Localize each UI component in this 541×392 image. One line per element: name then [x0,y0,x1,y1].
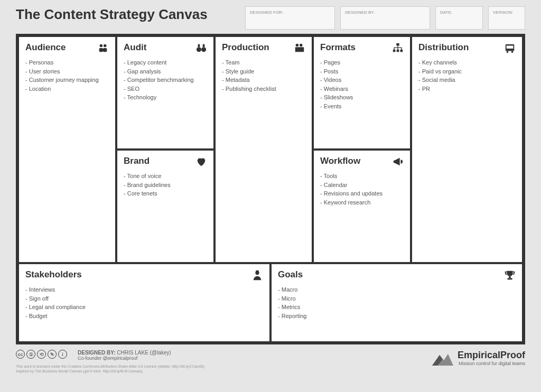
svg-rect-20 [256,270,259,272]
heart-icon [195,156,207,167]
cell-list: PersonasUser storiesCustomer journey map… [25,58,109,93]
cell-brand: Brand Tone of voiceBrand guidelinesCore … [116,150,214,263]
svg-rect-16 [507,45,514,49]
people-icon [97,42,109,54]
list-item: Macro [278,285,516,294]
page-title: The Content Strategy Canvas [16,6,240,23]
list-item: Team [222,58,305,67]
list-item: Metadata [222,76,305,85]
list-item: Brand guidelines [124,181,207,190]
list-item: Social media [418,76,516,85]
svg-rect-7 [203,44,205,48]
svg-rect-22 [507,278,512,280]
cc-license-icons: cc ① ⟲ ✎ i [16,350,67,359]
svg-point-0 [100,44,103,48]
list-item: Technology [124,93,207,102]
cell-list: Key channelsPaid vs organicSocial mediaP… [418,58,516,93]
brand-logo-icon [432,351,453,366]
cell-list: InterviewsSign offLegal and complianceBu… [25,285,263,320]
cell-title: Audience [25,42,109,53]
meta-designed-by[interactable]: DESIGNED BY: [340,6,430,30]
svg-rect-12 [393,50,396,52]
list-item: Metrics [278,303,516,312]
svg-point-5 [201,47,206,52]
svg-point-8 [296,44,299,47]
svg-point-18 [511,51,514,53]
list-item: PR [418,85,516,94]
credit-prefix: DESIGNED BY: [78,350,116,356]
list-item: Keyword research [320,198,404,207]
list-item: Competitor benchmarking [124,76,207,85]
svg-point-4 [197,47,201,52]
cell-title: Formats [320,42,404,53]
cell-distribution: Distribution Key channelsPaid vs organic… [411,36,523,263]
list-item: Key channels [418,58,516,67]
list-item: Sign off [25,294,263,303]
list-item: Paid vs organic [418,67,516,76]
list-item: Videos [320,76,404,85]
svg-rect-2 [99,48,103,52]
list-item: Legacy content [124,58,207,67]
megaphone-icon [392,156,404,167]
binoculars-icon [195,42,207,54]
cell-formats: Formats PagesPostsVideosWebinarsSlidesho… [313,36,411,150]
list-item: Webinars [320,85,404,94]
list-item: Gap analysis [124,67,207,76]
cell-stakeholders: Stakeholders InterviewsSign offLegal and… [18,263,270,342]
list-item: Events [320,102,404,111]
brand-tagline: Mission control for digital teams [458,361,525,366]
cell-list: TeamStyle guideMetadataPublishing checkl… [222,58,305,93]
user-badge-icon [251,269,263,281]
list-item: Reporting [278,312,516,321]
video-icon [294,42,305,54]
cell-title: Distribution [418,42,516,53]
list-item: Style guide [222,67,305,76]
list-item: User stories [25,67,109,76]
list-item: Tone of voice [124,172,207,181]
cell-list: ToolsCalendarRevisions and updatesKeywor… [320,172,404,207]
svg-rect-21 [509,276,511,278]
svg-rect-3 [103,48,107,52]
sitemap-icon [392,42,404,54]
list-item: Customer journey mapping [25,76,109,85]
cell-title: Production [222,42,305,53]
list-item: Publishing checklist [222,85,305,94]
cell-title: Audit [124,42,207,53]
svg-rect-13 [397,50,399,52]
meta-designed-for[interactable]: DESIGNED FOR: [245,6,335,30]
svg-point-9 [300,44,303,47]
credits: DESIGNED BY: CHRIS LAKE (@lakey) Co-foun… [78,350,171,361]
list-item: Legal and compliance [25,303,263,312]
svg-rect-14 [400,50,403,52]
cell-title: Goals [278,269,516,280]
brand-name: EmpiricalProof [458,350,525,361]
list-item: Posts [320,67,404,76]
list-item: Location [25,85,109,94]
cell-list: MacroMicroMetricsReporting [278,285,516,320]
meta-version[interactable]: VERSION: [488,6,525,30]
fineprint: This work is licensed under the Creative… [16,364,205,374]
list-item: SEO [124,85,207,94]
cell-goals: Goals MacroMicroMetricsReporting [270,263,523,342]
fineprint-line: This work is licensed under the Creative… [16,364,205,369]
meta-date[interactable]: DATE: [435,6,483,30]
cc-info-icon: i [58,350,67,359]
list-item: Revisions and updates [320,189,404,198]
list-item: Pages [320,58,404,67]
canvas-grid: Audience PersonasUser storiesCustomer jo… [16,34,525,344]
svg-point-17 [507,51,509,53]
cell-production: Production TeamStyle guideMetadataPublis… [214,36,313,263]
svg-rect-11 [396,43,399,46]
cc-by-icon: ① [26,350,35,359]
cc-sa-icon: ⟲ [37,350,46,359]
cell-list: PagesPostsVideosWebinarsSlideshowsEvents [320,58,404,110]
cell-title: Brand [124,156,207,166]
cell-title: Stakeholders [25,269,263,280]
cell-audit: Audit Legacy contentGap analysisCompetit… [116,36,214,150]
trophy-icon [504,269,516,281]
cell-list: Legacy contentGap analysisCompetitor ben… [124,58,207,102]
list-item: Budget [25,312,263,321]
cc-icon: cc [16,350,25,359]
svg-point-1 [104,44,107,48]
cell-audience: Audience PersonasUser storiesCustomer jo… [18,36,116,263]
